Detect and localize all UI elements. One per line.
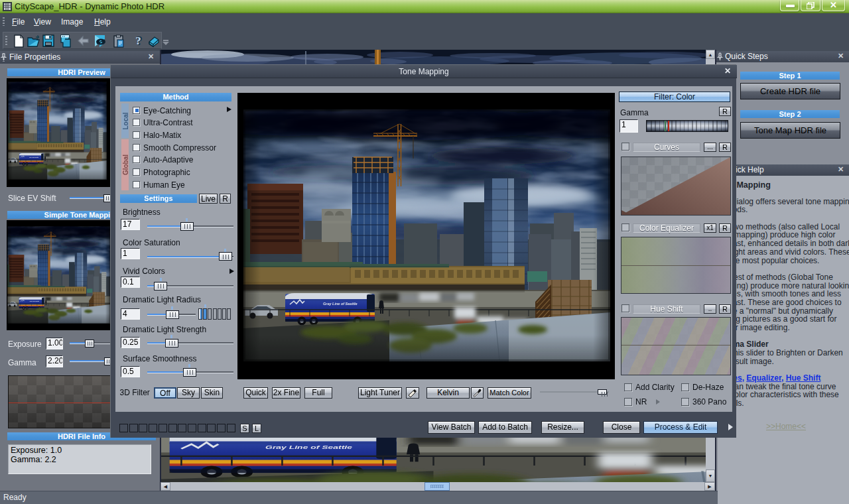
svg-text:?: ? <box>135 34 141 47</box>
